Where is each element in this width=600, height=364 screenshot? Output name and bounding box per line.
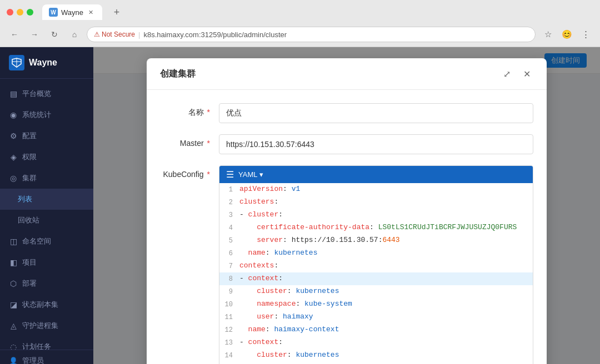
cronjob-icon: ◌: [9, 342, 18, 350]
avatar-icon[interactable]: 😊: [559, 27, 574, 42]
sidebar-item-deploy[interactable]: ⬡ 部署: [0, 273, 93, 294]
sidebar-item-cluster-list[interactable]: 列表: [0, 189, 93, 210]
sidebar-item-cronjob[interactable]: ◌ 计划任务: [0, 336, 93, 350]
tab-favicon: W: [49, 8, 58, 17]
browser-chrome: W Wayne ✕ + ← → ↻ ⌂ ⚠ Not Secure | k8s.h…: [0, 0, 600, 47]
not-secure-label: Not Secure: [102, 31, 135, 38]
sidebar-user: 👤 管理员: [0, 350, 93, 364]
code-line-12: 12 name: haimaxy-context: [219, 323, 533, 336]
code-line-11: 11 user: haimaxy: [219, 311, 533, 323]
sidebar-item-stats[interactable]: ◉ 系统统计: [0, 104, 93, 125]
nav-back-button[interactable]: ←: [7, 27, 22, 42]
code-line-3: 3 - cluster:: [219, 209, 533, 221]
cluster-icon: ◎: [9, 174, 18, 183]
tab-close-button[interactable]: ✕: [87, 8, 96, 17]
sidebar: Wayne ▤ 平台概览 ◉ 系统统计 ⚙ 配置 ◈ 权限 ◎ 集群: [0, 47, 93, 364]
kubeconfig-editor[interactable]: ☰ YAML ▾ 1 apiVersion: v1: [219, 165, 533, 364]
logo-text: Wayne: [29, 58, 57, 68]
menu-icon[interactable]: ☰: [226, 169, 234, 180]
master-input[interactable]: [219, 134, 533, 154]
sidebar-item-permission[interactable]: ◈ 权限: [0, 146, 93, 168]
modal-overlay: 创建集群 ⤢ ✕ 名称 *: [93, 47, 600, 364]
sidebar-item-platform[interactable]: ▤ 平台概览: [0, 83, 93, 104]
sidebar-item-config[interactable]: ⚙ 配置: [0, 125, 93, 146]
modal-header-actions: ⤢ ✕: [500, 67, 533, 80]
browser-tab[interactable]: W Wayne ✕: [42, 4, 102, 20]
nav-refresh-button[interactable]: ↻: [47, 27, 62, 42]
sidebar-item-daemonset[interactable]: ◬ 守护进程集: [0, 315, 93, 336]
code-toolbar-label: YAML ▾: [238, 170, 263, 179]
app-layout: Wayne ▤ 平台概览 ◉ 系统统计 ⚙ 配置 ◈ 权限 ◎ 集群: [0, 47, 600, 364]
user-icon: 👤: [9, 357, 18, 365]
logo-icon: [9, 55, 24, 70]
dot-close[interactable]: [7, 9, 13, 16]
sidebar-item-namespace[interactable]: ◫ 命名空间: [0, 231, 93, 252]
nav-home-button[interactable]: ⌂: [67, 27, 82, 42]
sidebar-item-label: 配置: [22, 131, 37, 141]
browser-dots: [7, 9, 33, 16]
code-editor-content[interactable]: 1 apiVersion: v1 2 clusters:: [219, 183, 533, 364]
more-options-icon[interactable]: ⋮: [578, 27, 593, 42]
sidebar-item-label: 守护进程集: [22, 321, 58, 331]
user-label: 管理员: [22, 356, 44, 364]
code-toolbar: ☰ YAML ▾: [219, 166, 533, 183]
browser-titlebar: W Wayne ✕ +: [0, 0, 600, 24]
sidebar-item-cluster[interactable]: ◎ 集群: [0, 168, 93, 189]
code-line-14: 14 cluster: kubernetes: [219, 349, 533, 362]
config-icon: ⚙: [9, 132, 18, 140]
not-secure-indicator: ⚠ Not Secure: [94, 31, 135, 38]
sidebar-item-label: 命名空间: [22, 236, 51, 246]
bookmark-icon[interactable]: ☆: [540, 27, 556, 42]
dot-maximize[interactable]: [27, 9, 33, 16]
form-row-name: 名称 *: [160, 103, 533, 123]
sidebar-item-label: 平台概览: [22, 89, 51, 99]
sidebar-item-cluster-trash[interactable]: 回收站: [0, 210, 93, 231]
sidebar-item-project[interactable]: ◧ 项目: [0, 252, 93, 273]
browser-toolbar: ← → ↻ ⌂ ⚠ Not Secure | k8s.haimaxy.com:3…: [0, 24, 600, 47]
sidebar-item-label: 计划任务: [22, 342, 51, 350]
address-url: k8s.haimaxy.com:31259/public/admin/clust…: [143, 31, 287, 39]
code-line-8: 8 - context:: [219, 272, 533, 285]
sidebar-item-label: 部署: [22, 279, 37, 289]
name-input[interactable]: [219, 103, 533, 123]
code-line-7: 7 contexts:: [219, 260, 533, 272]
code-line-6: 6 name: kubernetes: [219, 247, 533, 260]
form-row-kubeconfig: KubeConfig * ☰ YAML ▾ 1: [160, 165, 533, 364]
required-indicator: *: [207, 170, 210, 179]
statefulset-icon: ◪: [9, 300, 18, 309]
sidebar-logo: Wayne: [0, 47, 93, 79]
required-indicator: *: [207, 108, 210, 117]
master-label: Master *: [160, 134, 210, 148]
modal-close-button[interactable]: ✕: [520, 67, 533, 80]
modal-body: 名称 * Master *: [147, 90, 547, 364]
project-icon: ◧: [9, 258, 18, 267]
modal-create-cluster: 创建集群 ⤢ ✕ 名称 *: [147, 58, 547, 364]
code-line-4: 4 certificate-authority-data: LS0tLS1CRU…: [219, 221, 533, 234]
code-line-1: 1 apiVersion: v1: [219, 183, 533, 196]
modal-expand-button[interactable]: ⤢: [500, 67, 513, 80]
warning-icon: ⚠: [94, 31, 100, 38]
sidebar-item-label: 列表: [18, 194, 32, 204]
namespace-icon: ◫: [9, 237, 18, 246]
sidebar-item-label: 系统统计: [22, 110, 51, 120]
address-separator: |: [138, 31, 140, 39]
new-tab-button[interactable]: +: [109, 4, 124, 20]
platform-icon: ▤: [9, 89, 18, 98]
dot-minimize[interactable]: [17, 9, 23, 16]
form-row-master: Master *: [160, 134, 533, 154]
nav-forward-button[interactable]: →: [27, 27, 42, 42]
code-line-15: 15 user: kubernetes-admin: [219, 362, 533, 364]
sidebar-item-label: 权限: [22, 152, 37, 162]
sidebar-item-label: 集群: [22, 173, 37, 183]
permission-icon: ◈: [9, 153, 18, 161]
sidebar-item-label: 状态副本集: [22, 300, 58, 310]
kubeconfig-label: KubeConfig *: [160, 165, 210, 179]
sidebar-item-label: 项目: [22, 257, 37, 267]
sidebar-item-statefulset[interactable]: ◪ 状态副本集: [0, 294, 93, 315]
address-bar[interactable]: ⚠ Not Secure | k8s.haimaxy.com:31259/pub…: [87, 27, 536, 42]
name-label: 名称 *: [160, 103, 210, 118]
sidebar-item-label: 回收站: [18, 215, 39, 225]
code-line-10: 10 namespace: kube-system: [219, 298, 533, 311]
code-line-5: 5 server: https://10.151.30.57:6443: [219, 234, 533, 247]
deploy-icon: ⬡: [9, 279, 18, 288]
